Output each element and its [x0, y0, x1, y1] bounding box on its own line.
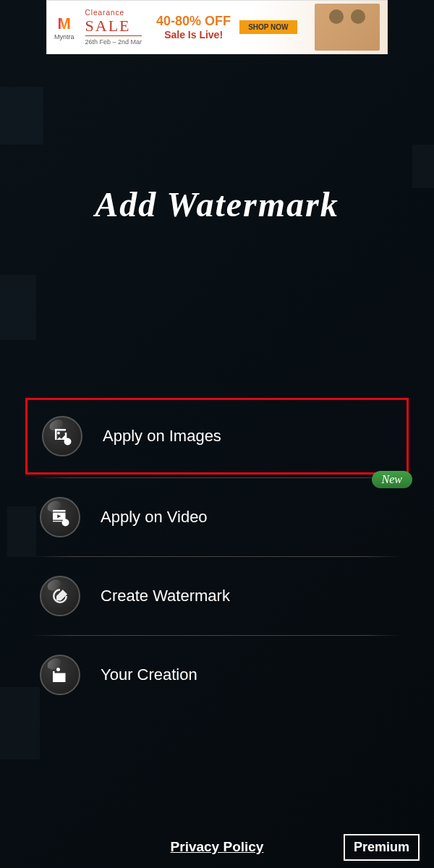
divider	[33, 477, 401, 478]
watermark-pencil-icon	[40, 576, 80, 616]
ad-shop-button[interactable]: SHOP NOW	[239, 20, 297, 34]
menu-item-label: Your Creation	[101, 665, 197, 684]
ad-offer-block: 40-80% OFF Sale Is Live!	[156, 14, 231, 41]
ad-people-image	[315, 4, 380, 51]
menu-apply-on-video[interactable]: New Apply on Video	[33, 481, 401, 553]
footer: Privacy Policy Premium	[0, 839, 434, 855]
menu-item-label: Apply on Images	[103, 427, 221, 446]
menu-item-label: Apply on Video	[101, 508, 208, 527]
divider	[33, 635, 401, 636]
ad-sale-block: Clearance SALE 26th Feb – 2nd Mar	[85, 9, 142, 46]
images-check-icon	[42, 416, 82, 456]
gallery-icon	[40, 655, 80, 695]
main-menu: Apply on Images New Apply on Video Creat…	[14, 398, 420, 711]
ad-banner[interactable]: M Myntra Clearance SALE 26th Feb – 2nd M…	[46, 0, 388, 54]
menu-your-creation[interactable]: Your Creation	[33, 639, 401, 711]
video-check-icon	[40, 497, 80, 537]
premium-button[interactable]: Premium	[344, 834, 420, 861]
menu-item-label: Create Watermark	[101, 587, 230, 605]
app-title: Add Watermark	[14, 184, 420, 224]
brand-logo-icon: M	[58, 14, 71, 33]
menu-apply-on-images[interactable]: Apply on Images	[25, 398, 409, 475]
menu-create-watermark[interactable]: Create Watermark	[33, 560, 401, 632]
privacy-policy-link[interactable]: Privacy Policy	[171, 839, 264, 855]
ad-brand-logo: M Myntra	[54, 14, 75, 41]
divider	[33, 556, 401, 557]
new-badge: New	[372, 471, 412, 488]
